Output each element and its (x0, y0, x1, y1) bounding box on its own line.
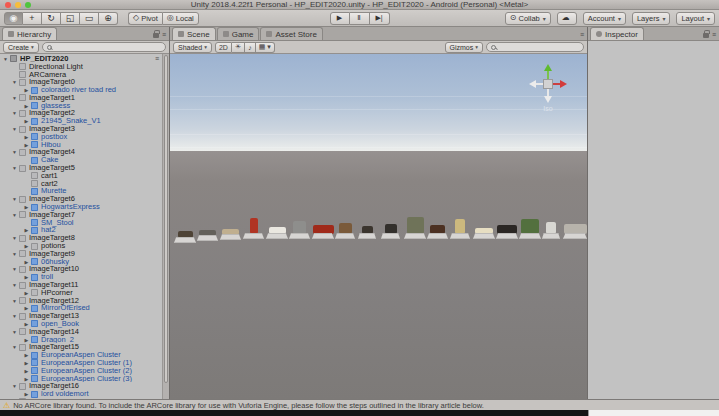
chevron-down-icon[interactable]: ▼ (10, 78, 19, 86)
hierarchy-item[interactable]: ▶potions (0, 242, 162, 250)
chevron-down-icon[interactable]: ▼ (10, 211, 19, 219)
hierarchy-item[interactable]: ▶MirrorOfErised (0, 305, 162, 313)
rect-tool-button[interactable]: ▭ (80, 12, 99, 25)
layout-dropdown[interactable]: Layout ▾ (676, 12, 715, 25)
scene-object-troll[interactable] (404, 216, 426, 239)
tab-game[interactable]: Game (217, 27, 260, 40)
hierarchy-item[interactable]: ▼ImageTarget13 (0, 312, 162, 320)
chevron-down-icon[interactable]: ▼ (10, 164, 19, 172)
chevron-right-icon[interactable]: ▶ (22, 320, 31, 328)
scene-object-postbox[interactable] (243, 217, 264, 239)
chevron-down-icon[interactable]: ▼ (10, 125, 19, 133)
step-button[interactable]: ▶| (370, 12, 390, 25)
scene-object-stool-and-hat[interactable] (335, 222, 355, 239)
chevron-right-icon[interactable]: ▶ (22, 367, 31, 375)
hierarchy-scrollbar[interactable] (162, 54, 169, 399)
chevron-right-icon[interactable]: ▶ (22, 359, 31, 367)
hierarchy-item[interactable]: ▶HogwartsExpress (0, 203, 162, 211)
hierarchy-search-input[interactable] (42, 42, 166, 52)
chevron-down-icon[interactable]: ▼ (10, 234, 19, 242)
hierarchy-item[interactable]: ▼ImageTarget7 (0, 211, 162, 219)
chevron-right-icon[interactable]: ▶ (22, 227, 31, 235)
scene-object-dragon[interactable] (496, 224, 518, 239)
play-button[interactable]: ▶ (330, 12, 350, 25)
scene-object-glassess[interactable] (197, 229, 218, 241)
rotate-tool-button[interactable]: ↻ (42, 12, 61, 25)
chevron-right-icon[interactable]: ▶ (22, 86, 31, 94)
cloud-services-button[interactable]: ☁ (557, 12, 577, 25)
chevron-down-icon[interactable]: ▼ (10, 382, 19, 390)
hierarchy-item[interactable]: ▶postbox (0, 133, 162, 141)
chevron-down-icon[interactable]: ▼ (10, 266, 19, 274)
tab-scene[interactable]: Scene (172, 27, 216, 40)
hierarchy-item[interactable]: ▶21945_Snake_V1 (0, 117, 162, 125)
hierarchy-item[interactable]: ▶troll (0, 273, 162, 281)
scene-object-colorado-river-toad[interactable] (174, 230, 196, 243)
axis-cone-icon[interactable] (529, 80, 536, 88)
hierarchy-item[interactable]: ▶glassess (0, 102, 162, 110)
hierarchy-item[interactable]: ▶EuropeanAspen Cluster (3) (0, 375, 162, 383)
hierarchy-item[interactable]: ▼ImageTarget2 (0, 110, 162, 118)
hierarchy-item[interactable]: ▼ImageTarget16 (0, 382, 162, 390)
minimize-window-button[interactable] (15, 2, 21, 8)
chevron-right-icon[interactable]: ▶ (22, 336, 31, 344)
scene-row-menu-icon[interactable]: ≡ (155, 55, 162, 62)
hierarchy-item[interactable]: ▶colorado river toad red (0, 86, 162, 94)
hierarchy-item[interactable]: cart1 (0, 172, 162, 180)
hierarchy-item[interactable]: Cake (0, 156, 162, 164)
chevron-down-icon[interactable]: ▼ (10, 195, 19, 203)
hierarchy-item[interactable]: ▶open_Book (0, 320, 162, 328)
hierarchy-item[interactable]: ▼ImageTarget6 (0, 195, 162, 203)
scene-effects-dropdown[interactable]: ▦ ▾ (256, 42, 275, 53)
tab-inspector[interactable]: Inspector (590, 27, 644, 40)
scene-object-hogwarts-express[interactable] (312, 224, 334, 239)
scene-object-open-book[interactable] (473, 227, 495, 239)
chevron-down-icon[interactable]: ▼ (10, 110, 19, 118)
chevron-right-icon[interactable]: ▶ (22, 133, 31, 141)
collab-button[interactable]: ⊙ Collab ▾ (505, 12, 551, 25)
chevron-down-icon[interactable]: ▼ (10, 312, 19, 320)
transform-tool-button[interactable]: ⊕ (99, 12, 118, 25)
zoom-window-button[interactable] (25, 2, 31, 8)
hierarchy-item[interactable]: ▶EuropeanAspen Cluster (0, 351, 162, 359)
hierarchy-item[interactable]: Directional Light (0, 63, 162, 71)
chevron-down-icon[interactable]: ▼ (10, 250, 19, 258)
hierarchy-item[interactable]: SM_Stool (0, 219, 162, 227)
hierarchy-scene-row[interactable]: ▼ HP_EDIT2020 ≡ (0, 55, 162, 63)
chevron-down-icon[interactable]: ▼ (10, 281, 19, 289)
tab-asset-store[interactable]: Asset Store (260, 27, 322, 40)
chevron-right-icon[interactable]: ▶ (22, 273, 31, 281)
axis-cone-icon[interactable] (544, 96, 552, 103)
scene-object-cake[interactable] (266, 226, 288, 239)
hierarchy-item[interactable]: cart2 (0, 180, 162, 188)
gizmos-dropdown[interactable]: Gizmos ▾ (445, 42, 484, 53)
hierarchy-item[interactable]: ▼ImageTarget14 (0, 328, 162, 336)
chevron-right-icon[interactable]: ▶ (22, 203, 31, 211)
gizmo-center-cube[interactable] (543, 79, 553, 89)
layers-dropdown[interactable]: Layers ▾ (632, 12, 671, 25)
hierarchy-item[interactable]: ▶06husky (0, 258, 162, 266)
hierarchy-item[interactable]: ARCamera (0, 71, 162, 79)
chevron-right-icon[interactable]: ▶ (22, 117, 31, 125)
local-toggle-button[interactable]: ◎ Local (162, 12, 199, 25)
scene-object-hpcorner-chest[interactable] (427, 224, 448, 239)
hierarchy-item[interactable]: ▼ImageTarget0 (0, 78, 162, 86)
chevron-right-icon[interactable]: ▶ (22, 375, 31, 383)
hierarchy-item[interactable]: ▼ImageTarget9 (0, 250, 162, 258)
chevron-down-icon[interactable]: ▼ (10, 94, 19, 102)
scene-object-aspen-tree-cluster[interactable] (519, 218, 541, 239)
scene-object-hibou-owl-wall[interactable] (289, 220, 310, 239)
scene-lighting-button[interactable]: ☀ (232, 42, 245, 53)
chevron-down-icon[interactable]: ▼ (1, 55, 10, 63)
chevron-right-icon[interactable]: ▶ (22, 242, 31, 250)
console-status-bar[interactable]: ⚠ No ARCore library found. To include th… (0, 399, 719, 410)
chevron-right-icon[interactable]: ▶ (22, 289, 31, 297)
hierarchy-item[interactable]: ▼ImageTarget1 (0, 94, 162, 102)
scene-object-voldemort-statue[interactable] (542, 221, 560, 239)
chevron-right-icon[interactable]: ▶ (22, 258, 31, 266)
scene-object-mirror-of-erised[interactable] (450, 218, 470, 239)
hierarchy-item[interactable]: ▼ImageTarget15 (0, 343, 162, 351)
scene-object-castle[interactable] (563, 223, 587, 239)
hierarchy-item[interactable]: ▶Dragon_2 (0, 336, 162, 344)
hierarchy-item[interactable]: ▼ImageTarget3 (0, 125, 162, 133)
